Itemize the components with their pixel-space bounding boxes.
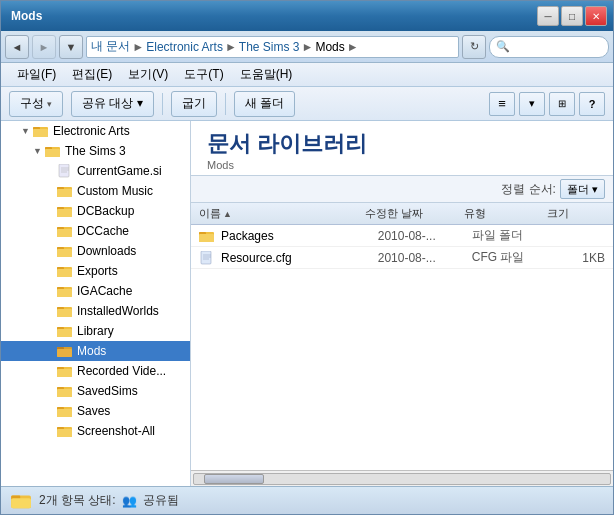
folder-icon [57,284,73,298]
sidebar-item-custommusic[interactable]: Custom Music [1,181,190,201]
folder-icon [57,344,73,358]
svg-rect-58 [11,498,31,508]
sidebar-item-saves[interactable]: Saves [1,401,190,421]
svg-rect-30 [57,309,72,317]
maximize-button[interactable]: □ [561,6,583,26]
folder-icon [33,124,49,138]
refresh-button[interactable]: ↻ [462,35,486,59]
sidebar-label-ea: Electronic Arts [53,124,130,138]
sidebar-item-igacache[interactable]: IGACache [1,281,190,301]
col-header-date[interactable]: 수정한 날짜 [365,206,464,221]
panel-title: 문서 라이브러리 [207,129,597,159]
file-row[interactable]: Resource.cfg 2010-08-... CFG 파일 1KB [191,247,613,269]
address-bar: ◄ ► ▼ 내 문서 ► Electronic Arts ► The Sims … [1,31,613,63]
sidebar-item-installedworlds[interactable]: InstalledWorlds [1,301,190,321]
sort-arrow: ▲ [223,209,232,219]
burn-button[interactable]: 굽기 [171,91,217,117]
breadcrumb-ea[interactable]: Electronic Arts [146,40,223,54]
sidebar-item-library[interactable]: Library [1,321,190,341]
menu-tools[interactable]: 도구(T) [176,64,231,85]
menu-help[interactable]: 도움말(H) [232,64,301,85]
sidebar-item-recordedvideo[interactable]: Recorded Vide... [1,361,190,381]
new-folder-button[interactable]: 새 폴더 [234,91,295,117]
menu-edit[interactable]: 편집(E) [64,64,120,85]
svg-rect-2 [33,129,48,137]
file-name: Resource.cfg [221,251,378,265]
sidebar-label-saves: Saves [77,404,110,418]
close-button[interactable]: ✕ [585,6,607,26]
search-icon: 🔍 [496,40,510,53]
sidebar-item-sims3[interactable]: ▼ The Sims 3 [1,141,190,161]
folder-icon [57,304,73,318]
view-columns-button[interactable]: ⊞ [549,92,575,116]
menu-view[interactable]: 보기(V) [120,64,176,85]
sidebar-label-custommusic: Custom Music [77,184,153,198]
sidebar-item-mods[interactable]: Mods [1,341,190,361]
svg-rect-12 [57,189,72,197]
folder-icon [57,424,73,438]
toolbar-separator [162,93,163,115]
svg-rect-6 [59,164,69,177]
svg-rect-52 [201,251,211,264]
file-row[interactable]: Packages 2010-08-... 파일 폴더 [191,225,613,247]
window: Mods ─ □ ✕ ◄ ► ▼ 내 문서 ► Electronic Arts … [0,0,614,515]
menu-bar: 파일(F) 편집(E) 보기(V) 도구(T) 도움말(H) [1,63,613,87]
file-icon [57,164,73,178]
sort-row: 정렬 순서: 폴더 ▾ [191,176,613,203]
sidebar-item-currentgame[interactable]: CurrentGame.si [1,161,190,181]
svg-rect-51 [199,234,214,242]
sidebar-label-savedsims: SavedSims [77,384,138,398]
file-date: 2010-08-... [378,229,472,243]
back-button[interactable]: ◄ [5,35,29,59]
col-header-name[interactable]: 이름 ▲ [199,206,365,221]
svg-rect-48 [57,429,72,437]
breadcrumb-sims3[interactable]: The Sims 3 [239,40,300,54]
help-button[interactable]: ? [579,92,605,116]
sidebar-label-igacache: IGACache [77,284,132,298]
breadcrumb-mods[interactable]: Mods [315,40,344,54]
dropdown-button[interactable]: ▼ [59,35,83,59]
sidebar-scroll[interactable]: ▼ Electronic Arts ▼ [1,121,190,486]
sidebar-item-exports[interactable]: Exports [1,261,190,281]
share-button[interactable]: 공유 대상 ▾ [71,91,154,117]
organize-button[interactable]: 구성 ▾ [9,91,63,117]
svg-rect-27 [57,289,72,297]
col-header-type[interactable]: 유형 [464,206,547,221]
svg-rect-18 [57,229,72,237]
view-list-button[interactable]: ≡ [489,92,515,116]
sidebar-item-downloads[interactable]: Downloads [1,241,190,261]
svg-rect-45 [57,409,72,417]
folder-icon [57,224,73,238]
menu-file[interactable]: 파일(F) [9,64,64,85]
view-dropdown-button[interactable]: ▾ [519,92,545,116]
sidebar-label-downloads: Downloads [77,244,136,258]
share-status-text: 공유됨 [143,492,179,509]
sidebar-label-screenshot: Screenshot-All [77,424,155,438]
sidebar-label-library: Library [77,324,114,338]
file-list[interactable]: Packages 2010-08-... 파일 폴더 Resource.cfg … [191,225,613,470]
scroll-thumb[interactable] [204,474,264,484]
sidebar-item-dcbackup[interactable]: DCBackup [1,201,190,221]
sidebar-label-installedworlds: InstalledWorlds [77,304,159,318]
sidebar-label-sims3: The Sims 3 [65,144,126,158]
window-title: Mods [7,9,42,23]
horizontal-scrollbar[interactable] [191,470,613,486]
folder-icon [57,184,73,198]
breadcrumb-mydocs[interactable]: 내 문서 [91,38,130,55]
forward-button[interactable]: ► [32,35,56,59]
sort-button[interactable]: 폴더 ▾ [560,179,605,199]
folder-icon [57,324,73,338]
sidebar-item-savedsims[interactable]: SavedSims [1,381,190,401]
scroll-track[interactable] [193,473,611,485]
file-date: 2010-08-... [378,251,472,265]
col-header-size[interactable]: 크기 [547,206,605,221]
sidebar-item-ea[interactable]: ▼ Electronic Arts [1,121,190,141]
sidebar-item-screenshot[interactable]: Screenshot-All [1,421,190,441]
sidebar-item-dccache[interactable]: DCCache [1,221,190,241]
status-bar: 2개 항목 상태: 👥 공유됨 [1,486,613,514]
breadcrumb-bar[interactable]: 내 문서 ► Electronic Arts ► The Sims 3 ► Mo… [86,36,459,58]
search-box[interactable]: 🔍 [489,36,609,58]
file-type: 파일 폴더 [472,227,550,244]
panel-subtitle: Mods [207,159,597,171]
minimize-button[interactable]: ─ [537,6,559,26]
